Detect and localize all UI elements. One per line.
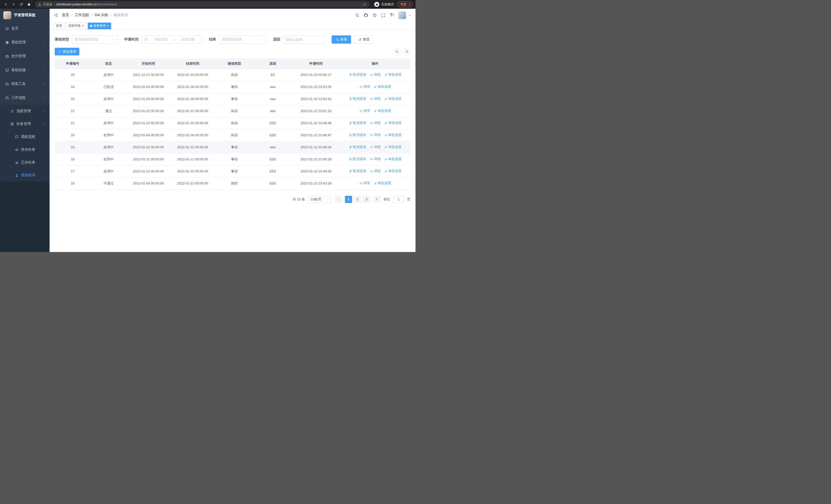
approval-progress-link[interactable]: 审批进度 [374,181,391,185]
sidebar-item-workflow[interactable]: 工作流程 [0,91,50,105]
detail-icon [370,73,373,77]
cell-operations: 取消请假详情审批进度 [340,141,410,153]
sidebar-item-leave-query[interactable]: 请假查询 [0,169,50,182]
cell-operations: 取消请假详情审批进度 [340,153,410,165]
approval-progress-link[interactable]: 审批进度 [374,109,391,113]
sidebar-item-payment[interactable]: 支付管理 [0,49,50,63]
sidebar-item-home[interactable]: 首页 [0,22,50,35]
browser-forward-button[interactable] [10,1,17,8]
screen: 不安全 dashboard.yudao.iocoder.cn/bpm/oa/le… [0,0,416,252]
create-leave-button[interactable]: 发起请假 [55,48,79,55]
bookmark-star-icon[interactable] [363,3,367,6]
cell-apply-id: 22 [55,105,91,117]
scissors-icon [15,161,19,165]
page-button-2[interactable]: 2 [354,196,361,203]
detail-link[interactable]: 详情 [370,169,381,174]
detail-link[interactable]: 详情 [370,145,381,149]
browser-home-button[interactable] [26,1,32,8]
tab-home[interactable]: 首页 [54,23,64,29]
user-menu-caret-icon[interactable] [408,13,411,17]
detail-link[interactable]: 详情 [359,84,370,89]
approval-progress-link[interactable]: 审批进度 [384,121,402,125]
header-search-icon[interactable] [355,13,359,18]
page-button-1[interactable]: 1 [345,196,352,203]
prev-page-button[interactable] [335,196,342,203]
breadcrumb-item-leave-query: 请假查询 [113,13,128,18]
app-logo[interactable]: 芋道管理系统 [0,9,50,22]
detail-link[interactable]: 详情 [370,96,381,101]
apply-time-range-picker[interactable]: 开始日期 - 结束日期 [141,35,202,43]
sidebar-item-done-tasks[interactable]: 已办任务 [0,156,50,169]
cell-start-time: 2022-01-03 00:00:00 [126,93,170,105]
goto-page-input[interactable] [393,196,404,203]
sidebar-item-devtools[interactable]: 研发工具 [0,77,50,91]
sidebar-item-todo-tasks[interactable]: 待办任务 [0,143,50,156]
cell-end-time: 2022-01-22 00:00:00 [170,165,215,177]
cell-reason: EEE [254,129,292,141]
approval-progress-link[interactable]: 审批进度 [384,145,402,149]
reason-input[interactable] [283,35,325,43]
result-select[interactable]: 请选择流结果 [219,35,266,43]
page-size-select[interactable]: 10条/页 [308,196,332,203]
help-icon[interactable] [372,13,377,18]
cell-reason: EEE [254,165,292,177]
detail-link[interactable]: 详情 [370,72,381,77]
toggle-search-button[interactable] [394,48,401,55]
sidebar-item-infrastructure[interactable]: 基础设施 [0,63,50,77]
cell-start-time: 2022-01-22 00:00:00 [126,117,170,129]
fullscreen-icon[interactable] [381,13,385,18]
progress-icon [384,121,388,125]
approval-progress-link[interactable]: 审批进度 [384,169,402,174]
chevron-right-icon [375,198,378,201]
cancel-leave-link[interactable]: 取消请假 [349,145,366,149]
search-button[interactable]: 搜索 [332,35,351,43]
address-bar[interactable]: 不安全 dashboard.yudao.iocoder.cn/bpm/oa/le… [35,1,370,8]
cancel-leave-link[interactable]: 取消请假 [349,72,366,77]
pagination: 共 23 条 10条/页 123 前往 页 [55,196,410,203]
detail-link[interactable]: 详情 [370,121,381,125]
browser-menu-icon[interactable] [408,3,411,6]
page-button-3[interactable]: 3 [363,196,370,203]
refresh-table-button[interactable] [403,48,410,55]
cancel-leave-link[interactable]: 取消请假 [349,169,366,174]
reset-button[interactable]: 重置 [354,35,374,43]
progress-icon [384,146,388,149]
tab-process-detail[interactable]: 流程详情 × [66,23,86,29]
cancel-leave-link[interactable]: 取消请假 [349,96,366,101]
breadcrumb-item-oa-example[interactable]: OA 示例 [95,13,108,18]
approval-progress-link[interactable]: 审批进度 [384,157,402,161]
sidebar-item-system[interactable]: 系统管理 [0,35,50,49]
sidebar-item-label: 任务管理 [17,122,31,126]
browser-back-button[interactable] [3,1,9,8]
sidebar-item-process-management[interactable]: 流程管理 [0,105,50,118]
detail-link[interactable]: 详情 [359,109,370,113]
approval-progress-link[interactable]: 审批进度 [384,133,402,137]
leave-type-select[interactable]: 请选择请假类型 [72,35,118,43]
user-avatar[interactable] [398,11,406,19]
detail-link[interactable]: 详情 [359,181,370,185]
breadcrumb-item-home[interactable]: 首页 [62,13,69,18]
approval-progress-link[interactable]: 审批进度 [384,72,402,77]
progress-icon [374,182,377,185]
approval-progress-link[interactable]: 审批进度 [384,96,402,101]
cancel-leave-link[interactable]: 取消请假 [349,157,366,161]
sidebar-item-task-management[interactable]: 任务管理 [0,118,50,130]
detail-link[interactable]: 详情 [370,133,381,137]
cell-operations: 详情审批进度 [340,177,410,189]
sidebar-collapse-button[interactable] [54,13,58,18]
detail-link[interactable]: 详情 [370,157,381,161]
tab-leave-query[interactable]: 请假查询 × [88,23,111,29]
next-page-button[interactable] [373,196,380,203]
cancel-leave-link[interactable]: 取消请假 [349,133,366,137]
sidebar-item-my-process[interactable]: 我的流程 [0,130,50,143]
font-size-icon[interactable]: TT [390,13,394,18]
breadcrumb-item-workflow[interactable]: 工作流程 [75,13,89,18]
browser-update-button[interactable]: 更新 [397,1,413,7]
cancel-leave-link[interactable]: 取消请假 [349,121,366,125]
approval-progress-link[interactable]: 审批进度 [374,84,391,89]
github-icon[interactable] [364,13,368,18]
close-icon[interactable]: × [107,24,109,27]
browser-reload-button[interactable] [18,1,25,8]
close-icon[interactable]: × [82,24,84,27]
chevron-down-icon [326,198,329,201]
